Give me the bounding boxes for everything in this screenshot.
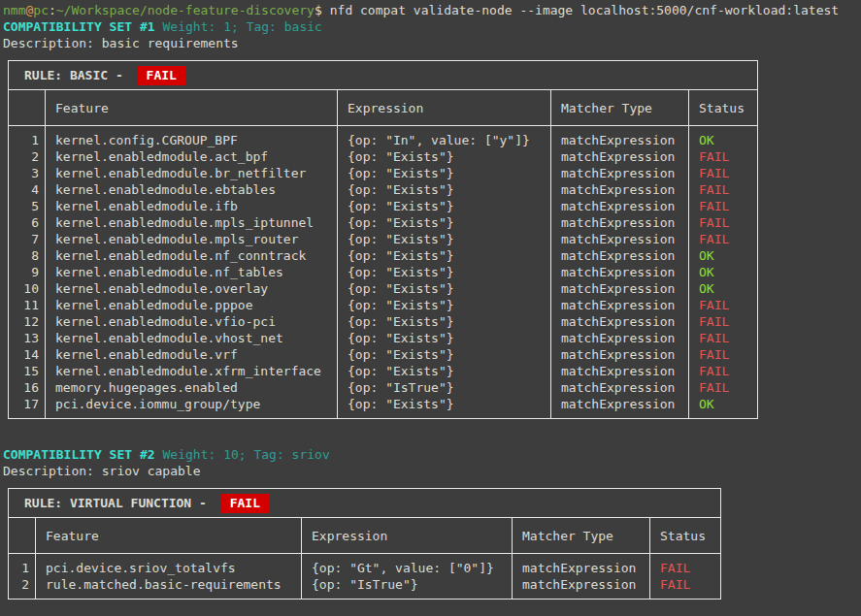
cell-status: FAIL bbox=[689, 148, 757, 165]
cell-expression: {op: "Exists"} bbox=[338, 165, 550, 181]
terminal-prompt-line: nmm@pc:~/Workspace/node-feature-discover… bbox=[3, 2, 861, 18]
cell-expression: {op: "Exists"} bbox=[338, 148, 550, 165]
cell-n: 7 bbox=[9, 231, 45, 247]
cell-feature: kernel.enabledmodule.mpls_iptunnel bbox=[46, 214, 337, 231]
cell-n: 3 bbox=[9, 165, 45, 181]
cell-matcher: matchExpression bbox=[551, 313, 688, 330]
table-2-expression-column: {op: "Gt", value: ["0"]}{op: "IsTrue"} bbox=[302, 554, 513, 599]
cell-expression: {op: "Exists"} bbox=[338, 198, 550, 214]
cell-status: FAIL bbox=[689, 330, 757, 346]
col-header-matcher-type: Matcher Type bbox=[513, 518, 650, 553]
cell-feature: pci.device.sriov_totalvfs bbox=[36, 560, 301, 576]
cell-n: 9 bbox=[9, 264, 45, 280]
cell-status: OK bbox=[689, 280, 757, 297]
cell-feature: kernel.enabledmodule.br_netfilter bbox=[46, 165, 337, 181]
cell-n: 1 bbox=[9, 560, 35, 576]
cell-n: 14 bbox=[9, 346, 45, 363]
rule-title-row: RULE: BASIC - FAIL bbox=[9, 61, 757, 90]
cell-n: 5 bbox=[9, 198, 45, 214]
cell-matcher: matchExpression bbox=[551, 198, 688, 214]
cell-expression: {op: "Exists"} bbox=[338, 346, 550, 363]
set-2-description: Description: sriov capable bbox=[3, 463, 861, 479]
cell-n: 17 bbox=[9, 396, 45, 412]
prompt-sigil: $ bbox=[315, 3, 322, 17]
cell-status: FAIL bbox=[689, 346, 757, 363]
col-header-expression: Expression bbox=[338, 90, 551, 125]
cell-status: FAIL bbox=[689, 214, 757, 231]
table-1-header-row: Feature Expression Matcher Type Status bbox=[9, 90, 757, 126]
cell-expression: {op: "Exists"} bbox=[338, 313, 550, 330]
col-header-feature: Feature bbox=[36, 518, 302, 553]
cell-feature: kernel.enabledmodule.ebtables bbox=[46, 181, 337, 198]
cell-feature: kernel.enabledmodule.ifb bbox=[46, 198, 337, 214]
compat-set-1: COMPATIBILITY SET #1Weight: 1; Tag: basi… bbox=[3, 18, 861, 419]
cell-matcher: matchExpression bbox=[551, 264, 688, 280]
prompt-host: pc bbox=[33, 3, 49, 17]
cell-status: OK bbox=[689, 396, 757, 412]
table-1-matcher-column: matchExpressionmatchExpressionmatchExpre… bbox=[551, 126, 689, 418]
cell-status: FAIL bbox=[650, 576, 720, 593]
col-header-feature: Feature bbox=[46, 90, 338, 125]
set-1-title: COMPATIBILITY SET #1 bbox=[3, 19, 155, 34]
cell-status: FAIL bbox=[650, 560, 720, 576]
cell-expression: {op: "Exists"} bbox=[338, 247, 550, 264]
set-2-title: COMPATIBILITY SET #2 bbox=[3, 447, 155, 462]
cell-expression: {op: "Exists"} bbox=[338, 363, 550, 379]
rule-1-status-badge: FAIL bbox=[138, 66, 185, 85]
cell-feature: kernel.enabledmodule.vfio-pci bbox=[46, 313, 337, 330]
table-1-status-column: OKFAILFAILFAILFAILFAILFAILOKOKOKFAILFAIL… bbox=[689, 126, 757, 418]
cell-matcher: matchExpression bbox=[513, 576, 649, 593]
table-2-matcher-column: matchExpressionmatchExpression bbox=[513, 554, 650, 599]
cell-n: 13 bbox=[9, 330, 45, 346]
col-header-status: Status bbox=[650, 518, 720, 553]
cell-status: FAIL bbox=[689, 313, 757, 330]
col-header-index bbox=[9, 90, 46, 125]
set-1-meta: Weight: 1; Tag: basic bbox=[163, 19, 322, 34]
cell-feature: kernel.enabledmodule.mpls_router bbox=[46, 231, 337, 247]
cell-matcher: matchExpression bbox=[551, 379, 688, 396]
cell-feature: kernel.enabledmodule.nf_conntrack bbox=[46, 247, 337, 264]
terminal-window[interactable]: nmm@pc:~/Workspace/node-feature-discover… bbox=[0, 0, 861, 616]
cell-status: FAIL bbox=[689, 181, 757, 198]
cell-status: FAIL bbox=[689, 198, 757, 214]
col-header-matcher-type: Matcher Type bbox=[551, 90, 689, 125]
cell-n: 16 bbox=[9, 379, 45, 396]
cell-feature: rule.matched.basic-requirements bbox=[36, 576, 301, 593]
prompt-path: ~/Workspace/node-feature-discovery bbox=[56, 3, 315, 17]
prompt-user: nmm bbox=[3, 3, 25, 17]
cell-feature: kernel.enabledmodule.xfrm_interface bbox=[46, 363, 337, 379]
table-1-index-column: 1234567891011121314151617 bbox=[9, 126, 46, 418]
cell-status: OK bbox=[689, 264, 757, 280]
cell-status: FAIL bbox=[689, 231, 757, 247]
cell-feature: kernel.config.CGROUP_BPF bbox=[46, 132, 337, 148]
cell-feature: kernel.enabledmodule.nf_tables bbox=[46, 264, 337, 280]
cell-expression: {op: "In", value: ["y"]} bbox=[338, 132, 550, 148]
col-header-expression: Expression bbox=[302, 518, 513, 553]
rule-1-label: RULE: BASIC - bbox=[24, 67, 131, 83]
cell-matcher: matchExpression bbox=[551, 165, 688, 181]
table-1-expression-column: {op: "In", value: ["y"]}{op: "Exists"}{o… bbox=[338, 126, 551, 418]
cell-matcher: matchExpression bbox=[551, 363, 688, 379]
table-1-feature-column: kernel.config.CGROUP_BPFkernel.enabledmo… bbox=[46, 126, 338, 418]
col-header-status: Status bbox=[689, 90, 757, 125]
cell-n: 6 bbox=[9, 214, 45, 231]
cell-expression: {op: "Exists"} bbox=[338, 330, 550, 346]
command-text: nfd compat validate-node --image localho… bbox=[330, 3, 839, 17]
compat-set-2: COMPATIBILITY SET #2Weight: 10; Tag: sri… bbox=[3, 446, 861, 600]
cell-feature: pci.device.iommu_group/type bbox=[46, 396, 337, 412]
cell-feature: kernel.enabledmodule.act_bpf bbox=[46, 148, 337, 165]
cell-matcher: matchExpression bbox=[551, 330, 688, 346]
cell-expression: {op: "Exists"} bbox=[338, 264, 550, 280]
cell-matcher: matchExpression bbox=[551, 297, 688, 313]
cell-expression: {op: "IsTrue"} bbox=[338, 379, 550, 396]
cell-status: OK bbox=[689, 132, 757, 148]
cell-expression: {op: "IsTrue"} bbox=[302, 576, 512, 593]
set-2-title-line: COMPATIBILITY SET #2Weight: 10; Tag: sri… bbox=[3, 446, 861, 463]
cell-expression: {op: "Exists"} bbox=[338, 297, 550, 313]
table-2-body: 12 pci.device.sriov_totalvfsrule.matched… bbox=[9, 554, 720, 599]
cell-feature: memory.hugepages.enabled bbox=[46, 379, 337, 396]
table-2-status-column: FAILFAIL bbox=[650, 554, 720, 599]
cell-matcher: matchExpression bbox=[551, 214, 688, 231]
cell-matcher: matchExpression bbox=[551, 132, 688, 148]
set-1-title-line: COMPATIBILITY SET #1Weight: 1; Tag: basi… bbox=[3, 18, 861, 35]
